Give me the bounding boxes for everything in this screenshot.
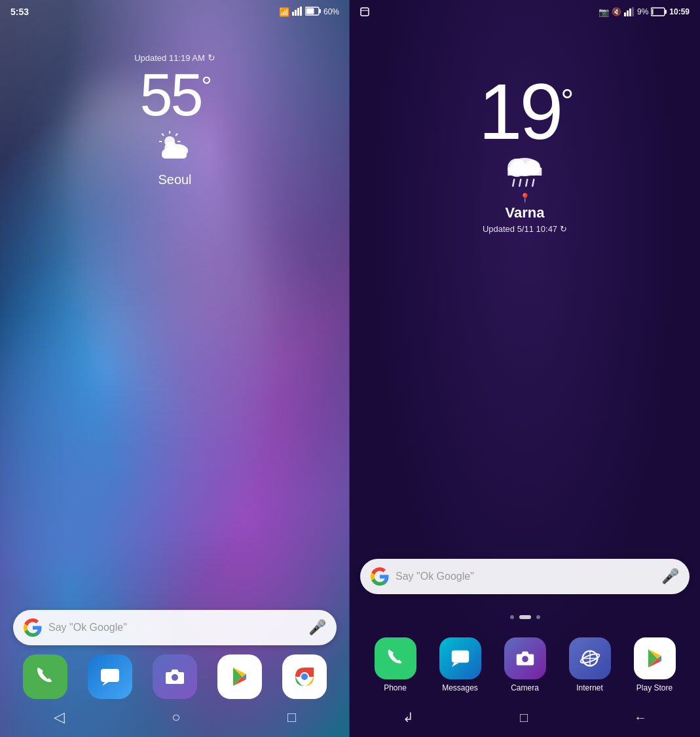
svg-rect-2	[297, 8, 299, 16]
svg-rect-32	[624, 12, 626, 16]
right-weather-widget: 19° 📍 Varna Updated 5/11 10:47 ↻	[479, 72, 571, 234]
right-weather-icon	[479, 151, 571, 193]
left-chrome-app[interactable]	[282, 654, 327, 699]
bluetooth-icon: 📷	[599, 7, 609, 17]
left-search-bar[interactable]: Say "Ok Google" 🎤	[13, 610, 337, 645]
internet-label: Internet	[576, 683, 603, 692]
svg-point-18	[164, 142, 177, 155]
back-button-left[interactable]: ◁	[54, 709, 65, 726]
right-internet-app[interactable]	[569, 637, 611, 679]
mute-icon: 🔇	[612, 7, 621, 16]
right-search-bar[interactable]: Say "Ok Google" 🎤	[360, 559, 690, 594]
svg-rect-34	[629, 9, 631, 16]
right-weather-updated: Updated 5/11 10:47 ↻	[479, 224, 571, 234]
refresh-icon: ↻	[208, 52, 215, 63]
playstore-label: Play Store	[636, 683, 672, 692]
right-time: 10:59	[669, 7, 690, 16]
refresh-icon-right: ↻	[560, 224, 567, 234]
right-dot-2	[519, 615, 531, 619]
recent-button-right[interactable]: □	[520, 710, 528, 725]
right-temperature: 19°	[479, 72, 571, 151]
left-bottom-nav: ◁ ○ □	[0, 698, 350, 737]
mic-icon-left[interactable]: 🎤	[308, 619, 326, 636]
svg-rect-47	[451, 651, 468, 663]
home-button-left[interactable]: ○	[172, 709, 180, 726]
svg-rect-19	[101, 669, 119, 682]
battery-percent: 60%	[323, 7, 339, 16]
right-camera-app-wrap[interactable]: Camera	[504, 637, 546, 692]
right-dot-3	[536, 615, 540, 619]
svg-line-43	[513, 180, 514, 186]
svg-line-12	[162, 134, 164, 136]
signal-bars	[292, 7, 303, 18]
right-search-placeholder[interactable]: Say "Ok Google"	[396, 571, 655, 582]
right-internet-app-wrap[interactable]: Internet	[569, 637, 611, 692]
right-dot-1	[510, 615, 514, 619]
right-messages-app-wrap[interactable]: Messages	[439, 637, 481, 692]
svg-rect-0	[292, 12, 294, 16]
left-search-placeholder[interactable]: Say "Ok Google"	[48, 622, 302, 633]
svg-rect-42	[507, 168, 542, 176]
left-weather-widget: Updated 11:19 AM ↻ 55°	[134, 52, 215, 187]
svg-point-29	[301, 673, 308, 680]
left-status-icons: 📶 60%	[279, 7, 339, 18]
svg-line-44	[519, 180, 521, 186]
left-weather-icon	[134, 130, 215, 170]
svg-rect-35	[632, 7, 634, 16]
phone-divider	[349, 0, 350, 737]
svg-line-13	[175, 134, 177, 136]
back-button-right[interactable]: ←	[634, 710, 647, 725]
left-dock	[13, 654, 337, 699]
left-city: Seoul	[134, 172, 215, 187]
svg-rect-30	[361, 8, 369, 16]
right-playstore-app[interactable]	[634, 637, 676, 679]
right-phone-app-wrap[interactable]: Phone	[375, 637, 416, 692]
svg-marker-20	[102, 682, 109, 686]
right-phone-app[interactable]	[375, 637, 416, 679]
svg-rect-33	[627, 10, 629, 16]
right-phone: 📷 🔇 9% 10:59 19°	[350, 0, 700, 737]
right-bottom-nav: ↲ □ ←	[350, 698, 700, 737]
left-status-bar: 5:53 📶 60%	[0, 0, 350, 24]
left-messages-app[interactable]	[88, 654, 132, 699]
svg-rect-6	[306, 8, 314, 14]
right-camera-app[interactable]	[504, 637, 546, 679]
svg-line-45	[526, 180, 527, 186]
left-temperature: 55°	[134, 66, 215, 124]
svg-rect-37	[665, 10, 667, 14]
svg-marker-48	[451, 663, 458, 668]
right-status-left-icons	[360, 7, 369, 16]
location-pin: 📍	[479, 193, 571, 203]
right-playstore-app-wrap[interactable]: Play Store	[634, 637, 676, 692]
left-playstore-app[interactable]	[217, 654, 262, 699]
right-battery-icon	[651, 7, 667, 16]
recent-button-left[interactable]: □	[287, 709, 296, 726]
left-time: 5:53	[10, 7, 29, 17]
svg-rect-5	[319, 9, 321, 13]
right-status-icons: 📷 🔇 9% 10:59	[599, 7, 690, 17]
screenshot-icon	[360, 7, 369, 16]
right-city: Varna	[479, 204, 571, 221]
left-phone: 5:53 📶 60% Updated 11:19 AM ↻ 55°	[0, 0, 350, 737]
right-wifi-icon	[624, 7, 635, 16]
menu-button-right[interactable]: ↲	[403, 709, 414, 725]
google-logo-right	[371, 567, 389, 586]
mic-icon-right[interactable]: 🎤	[661, 568, 679, 585]
left-phone-app[interactable]	[23, 654, 67, 699]
camera-label: Camera	[511, 683, 539, 692]
messages-label: Messages	[442, 683, 478, 692]
battery-icon	[305, 7, 321, 18]
wifi-icon: 📶	[279, 7, 289, 17]
left-camera-app[interactable]	[153, 654, 197, 699]
left-weather-updated: Updated 11:19 AM ↻	[134, 52, 215, 63]
google-logo-left	[24, 618, 42, 637]
right-dock: Phone Messages Camera	[363, 637, 687, 692]
right-messages-app[interactable]	[439, 637, 481, 679]
right-battery-text: 9%	[637, 7, 648, 16]
svg-line-46	[532, 180, 534, 186]
right-page-dots	[510, 615, 540, 619]
phone-label: Phone	[384, 683, 407, 692]
svg-rect-38	[652, 9, 654, 15]
right-status-bar: 📷 🔇 9% 10:59	[350, 0, 700, 24]
svg-rect-1	[295, 10, 297, 16]
